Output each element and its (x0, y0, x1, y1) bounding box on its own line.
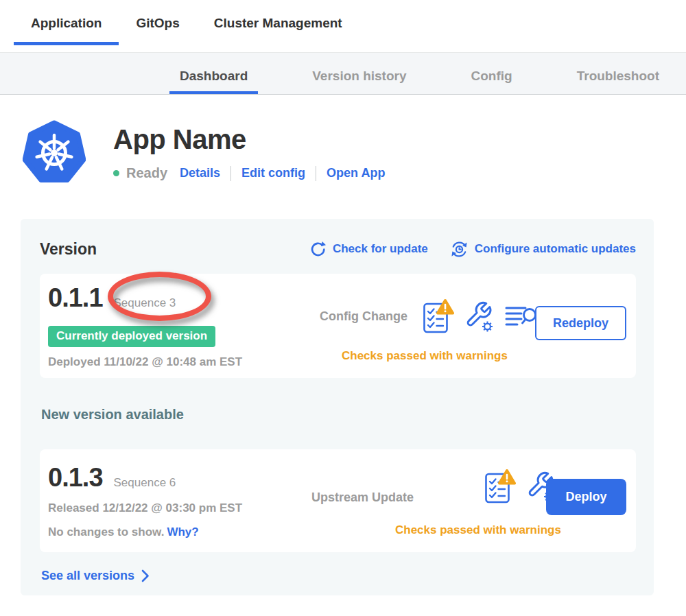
preflight-checks-icon[interactable] (484, 469, 516, 504)
version-section: Version Check for update (21, 219, 654, 595)
tab-application[interactable]: Application (14, 16, 119, 45)
app-status-row: Ready Details Edit config Open App (113, 165, 385, 181)
why-link[interactable]: Why? (167, 525, 198, 538)
app-info: App Name Ready Details Edit config Open … (113, 120, 385, 186)
kubernetes-logo (23, 120, 86, 186)
available-version-row: 0.1.3 Sequence 6 (48, 463, 176, 493)
check-for-update-link[interactable]: Check for update (309, 241, 428, 258)
new-version-heading: New version available (41, 407, 636, 423)
edit-config-link[interactable]: Edit config (241, 166, 305, 180)
open-app-link[interactable]: Open App (327, 166, 385, 180)
deploy-button[interactable]: Deploy (546, 479, 626, 515)
divider (316, 166, 316, 181)
tab-cluster-management[interactable]: Cluster Management (197, 16, 359, 45)
app-status-text: Ready (126, 165, 167, 181)
app-header: App Name Ready Details Edit config Open … (23, 120, 686, 186)
released-timestamp: Released 12/12/22 @ 03:30 pm EST (48, 501, 242, 515)
no-changes-text: No changes to show.Why? (48, 525, 199, 539)
chevron-right-icon (141, 569, 150, 582)
redeploy-button[interactable]: Redeploy (535, 306, 626, 340)
admin-console-page: Application GitOps Cluster Management Da… (0, 0, 686, 616)
available-sequence-label: Sequence 6 (114, 476, 176, 490)
no-changes-label: No changes to show. (48, 525, 164, 538)
tab-troubleshoot[interactable]: Troubleshoot (567, 69, 670, 94)
current-version-number: 0.1.1 (48, 283, 103, 313)
divider (230, 166, 231, 181)
see-all-versions-label: See all versions (41, 569, 134, 583)
current-source-label: Config Change (320, 309, 407, 324)
current-release-icons (423, 298, 537, 334)
deployed-timestamp: Deployed 11/10/22 @ 10:48 am EST (48, 355, 242, 369)
see-all-versions-link[interactable]: See all versions (41, 569, 636, 583)
preflight-checks-icon[interactable] (423, 298, 454, 334)
configure-automatic-updates-label: Configure automatic updates (475, 242, 636, 256)
version-heading: Version (40, 240, 97, 259)
tab-version-history[interactable]: Version history (302, 69, 416, 94)
available-checks-status[interactable]: Checks passed with warnings (395, 523, 561, 537)
available-source-label: Upstream Update (311, 490, 414, 505)
ready-status-dot (113, 170, 119, 176)
available-version-number: 0.1.3 (48, 463, 103, 493)
warning-triangle-icon (438, 300, 453, 313)
version-actions: Check for update Configure automat (309, 240, 636, 259)
currently-deployed-badge: Currently deployed version (48, 326, 215, 347)
warning-triangle-icon (499, 471, 514, 484)
tab-dashboard[interactable]: Dashboard (169, 69, 258, 94)
check-for-update-label: Check for update (333, 242, 428, 256)
current-release-card: 0.1.1 Sequence 3 Currently deployed vers… (40, 274, 636, 378)
config-wrench-icon[interactable] (464, 300, 495, 333)
app-title: App Name (113, 124, 385, 155)
diff-view-icon[interactable] (505, 304, 537, 329)
sub-nav: Dashboard Version history Config Trouble… (0, 53, 686, 95)
refresh-icon (309, 241, 327, 258)
current-version-row: 0.1.1 Sequence 3 (48, 283, 176, 313)
tab-gitops[interactable]: GitOps (119, 16, 196, 45)
available-release-card: 0.1.3 Sequence 6 Released 12/12/22 @ 03:… (40, 449, 636, 552)
details-link[interactable]: Details (180, 166, 220, 180)
tab-config[interactable]: Config (461, 69, 523, 94)
current-checks-status[interactable]: Checks passed with warnings (342, 349, 508, 363)
schedule-update-icon (450, 240, 469, 259)
version-section-header: Version Check for update (40, 239, 636, 259)
top-nav: Application GitOps Cluster Management (0, 0, 686, 53)
current-sequence-label: Sequence 3 (114, 296, 176, 310)
configure-automatic-updates-link[interactable]: Configure automatic updates (450, 240, 636, 259)
